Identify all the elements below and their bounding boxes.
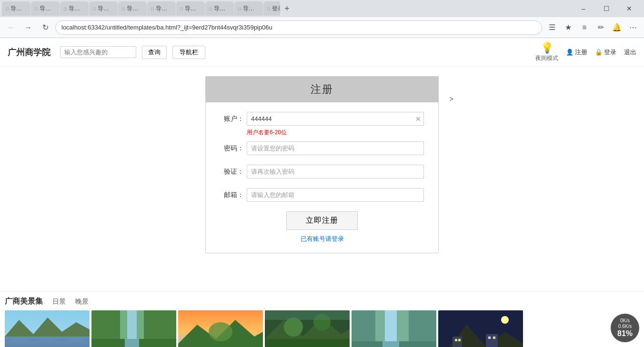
gallery-tab-day[interactable]: 日景 — [52, 297, 66, 306]
tab-icon: □ — [151, 6, 154, 11]
net-widget: 0K/s 0.6K/s 81% — [611, 314, 639, 342]
gallery-image-5[interactable] — [438, 310, 523, 347]
gallery-item-0: 全景 — [5, 310, 90, 347]
verify-row: 验证： — [220, 165, 424, 178]
tab-icon: □ — [238, 6, 241, 11]
profile-icon[interactable]: 🔔 — [610, 20, 624, 35]
password-input[interactable] — [247, 141, 424, 155]
svg-rect-31 — [493, 337, 495, 339]
tab-icon: □ — [180, 6, 183, 11]
login-link-nav[interactable]: 🔒 登录 — [595, 48, 616, 57]
password-row: 密码： — [220, 141, 424, 155]
gallery-section: 广商美景集 日景 晚景 全景 春天 夏天 — [0, 291, 644, 347]
verify-label: 验证： — [220, 168, 244, 176]
gallery-image-4[interactable] — [352, 310, 436, 347]
gallery-header: 广商美景集 日景 晚景 — [0, 297, 644, 310]
gallery-image-3[interactable] — [265, 310, 350, 347]
verify-input-wrap — [247, 165, 424, 178]
gallery-image-0[interactable] — [5, 310, 90, 347]
url-text: localhost:63342/untitled/templates/ba.ht… — [61, 24, 272, 31]
tab-label: 导航栏 — [214, 5, 230, 13]
tab-label: 导航栏 — [185, 5, 201, 13]
browser-tab-7[interactable]: □导航栏 — [205, 1, 234, 16]
browser-tab-9[interactable]: □登录 — [263, 1, 280, 16]
night-mode-label: 夜间模式 — [535, 54, 558, 62]
url-bar[interactable]: localhost:63342/untitled/templates/ba.ht… — [55, 20, 542, 35]
forward-button[interactable]: → — [21, 20, 35, 35]
close-button[interactable]: ✕ — [618, 0, 640, 17]
minimize-button[interactable]: – — [573, 0, 594, 17]
register-button[interactable]: 立即注册 — [286, 211, 358, 230]
gallery-item-4: 冬天 — [352, 310, 436, 347]
login-icon: 🔒 — [595, 49, 603, 56]
address-bar: ← → ↻ localhost:63342/untitled/templates… — [0, 17, 644, 38]
gallery-tab-night[interactable]: 晚景 — [75, 297, 89, 306]
tab-label: 导航栏 — [10, 5, 27, 13]
svg-rect-22 — [382, 341, 399, 347]
clear-icon[interactable]: ✕ — [415, 115, 421, 123]
gallery-item-1: 春天 — [91, 310, 176, 347]
email-input[interactable] — [247, 188, 424, 202]
browser-tab-2[interactable]: □导航栏 — [60, 1, 89, 16]
svg-point-11 — [209, 322, 232, 341]
svg-rect-27 — [455, 339, 457, 341]
browser-tab-0[interactable]: □导航栏 — [2, 1, 30, 16]
sidebar-icon[interactable]: ☰ — [545, 20, 559, 35]
toolbar-icons: ☰ ★ ≡ ✏ 🔔 ⋯ — [545, 20, 640, 35]
reload-button[interactable]: ↻ — [38, 20, 52, 35]
tab-icon: □ — [93, 6, 96, 11]
tab-label: 导航栏 — [98, 5, 114, 13]
top-nav-right: 💡 夜间模式 👤 注册 🔒 登录 退出 — [535, 42, 636, 62]
browser-tab-8[interactable]: □导航栏 — [234, 1, 263, 16]
svg-point-24 — [501, 316, 509, 324]
window-controls: – ☐ ✕ — [573, 0, 642, 17]
browser-tab-1[interactable]: □导航栏 — [31, 1, 60, 16]
maximize-button[interactable]: ☐ — [595, 0, 617, 17]
account-input-wrap: ✕ — [247, 112, 424, 126]
tab-bar: □导航栏□导航栏□导航栏□导航栏□导航栏□导航栏□导航栏□导航栏□导航栏□登录□… — [0, 0, 644, 17]
login-label: 登录 — [604, 48, 616, 57]
exit-button[interactable]: 退出 — [624, 48, 636, 57]
favorite-icon[interactable]: ★ — [561, 20, 575, 35]
gallery-image-2[interactable] — [178, 310, 263, 347]
new-tab-button[interactable]: + — [281, 2, 294, 15]
more-icon[interactable]: ⋯ — [626, 20, 640, 35]
browser-tab-4[interactable]: □导航栏 — [118, 1, 147, 16]
account-hint: 用户名要6-20位 — [247, 129, 424, 137]
settings-icon[interactable]: ≡ — [577, 20, 592, 35]
query-button[interactable]: 查询 — [142, 46, 167, 59]
gallery-item-2: 夏天 — [178, 310, 263, 347]
tab-label: 导航栏 — [243, 5, 259, 13]
browser-tab-3[interactable]: □导航栏 — [89, 1, 118, 16]
tab-label: 导航栏 — [69, 5, 85, 13]
gallery-item-5: 夜景 — [438, 310, 523, 347]
browser-tab-6[interactable]: □导航栏 — [176, 1, 205, 16]
register-label: 注册 — [575, 48, 587, 57]
search-input[interactable] — [60, 46, 136, 58]
person-icon: 👤 — [566, 49, 574, 56]
back-button[interactable]: ← — [4, 20, 18, 35]
svg-point-15 — [284, 317, 303, 337]
night-mode-toggle[interactable]: 💡 夜间模式 — [535, 42, 558, 62]
tab-icon: □ — [64, 6, 67, 11]
email-input-wrap — [247, 188, 424, 202]
screenshot-icon[interactable]: ✏ — [594, 20, 608, 35]
main-content: 注册 账户： ✕ 用户名要6-20位 密码： — [0, 67, 644, 263]
gallery-images: 全景 春天 夏天 秋天 — [0, 310, 644, 347]
svg-rect-28 — [458, 339, 461, 341]
register-link[interactable]: 👤 注册 — [566, 48, 587, 57]
login-link[interactable]: 已有账号请登录 — [220, 235, 424, 243]
register-body: 账户： ✕ 用户名要6-20位 密码： 验证： — [206, 102, 438, 253]
email-label: 邮箱： — [220, 191, 244, 199]
verify-input[interactable] — [247, 165, 424, 178]
gallery-image-1[interactable] — [91, 310, 176, 347]
email-row: 邮箱： — [220, 188, 424, 202]
browser-tab-5[interactable]: □导航栏 — [147, 1, 176, 16]
register-title: 注册 — [206, 77, 438, 102]
navbar-button[interactable]: 导航栏 — [172, 46, 205, 59]
account-input[interactable] — [247, 112, 424, 126]
svg-rect-8 — [125, 339, 139, 347]
tab-label: 导航栏 — [127, 5, 143, 13]
net-percent: 81% — [617, 329, 633, 338]
svg-rect-29 — [486, 334, 498, 347]
